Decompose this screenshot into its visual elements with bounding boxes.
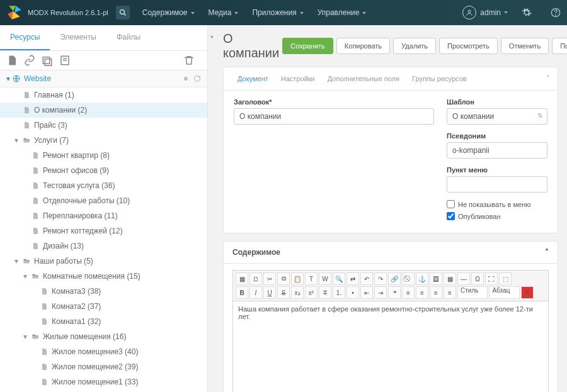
search-button[interactable] [116,6,130,20]
tree-item[interactable]: Комната3 (38) [0,284,207,299]
delete-button[interactable]: Удалить [393,38,436,54]
tb-underline-icon[interactable]: U [263,286,276,299]
tb-replace-icon[interactable]: ⇄ [346,272,359,285]
tb-redo-icon[interactable]: ↷ [374,272,387,285]
cancel-button[interactable]: Отменить [501,38,549,54]
tree-toggle-icon[interactable]: ▾ [13,135,20,145]
tree-item[interactable]: Тестовая услуга (36) [0,178,207,193]
tree-item[interactable]: Жилое помещение1 (33) [0,374,207,389]
tree-item[interactable]: ▾Комнатные помещения (15) [0,269,207,284]
tree-item[interactable]: Жил.помещение5 (45) [0,389,207,392]
hide-menu-checkbox[interactable] [447,200,455,208]
tree-toggle-icon[interactable]: ▾ [21,271,29,281]
title-input[interactable] [234,108,434,125]
tb-strike-icon[interactable]: S [277,286,290,299]
new-context-icon[interactable] [182,75,190,82]
tb-outdent-icon[interactable]: ⇤ [360,286,373,299]
tb-char-icon[interactable]: Ω [471,272,484,285]
tree-item[interactable]: ▾Жилые помещения (16) [0,329,207,344]
trash-icon[interactable] [183,55,195,66]
tree-item[interactable]: Дизайн (13) [0,238,207,254]
new-doc-icon[interactable] [6,55,18,66]
tb-style-select[interactable]: Стиль [457,286,488,299]
tb-fullscreen-icon[interactable]: ⛶ [485,272,498,285]
tb-find-icon[interactable]: 🔍 [333,272,345,285]
tree-item[interactable]: Жилое помещение2 (39) [0,359,207,374]
tree-item[interactable]: Жилое помещение3 (40) [0,344,207,359]
tb-table-icon[interactable]: ▦ [444,272,456,285]
topnav-media[interactable]: Медиа [209,8,239,17]
tab-resources[interactable]: Ресурсы [0,25,50,50]
tb-bold-icon[interactable]: B [236,286,248,299]
tab-files[interactable]: Файлы [106,25,151,50]
tb-color-icon[interactable]: A [521,286,534,299]
tb-undo-icon[interactable]: ↶ [360,272,373,285]
alias-input[interactable] [447,142,547,159]
tab-settings[interactable]: Настройки [275,67,321,90]
tree-toggle-icon[interactable]: ▾ [21,332,29,342]
tb-newdoc-icon[interactable]: 🗋 [249,272,262,285]
menutitle-input[interactable] [447,176,547,193]
view-button[interactable]: Просмотреть [439,38,498,54]
tb-ol-icon[interactable]: 1. [333,286,345,299]
tb-modx-icon[interactable]: ⬚ [499,272,512,285]
tb-justify-icon[interactable]: ≡ [444,286,456,299]
new-static-icon[interactable] [59,55,71,66]
tb-hr-icon[interactable]: — [457,272,470,285]
sidebar-collapse-handle[interactable]: ◂ [208,25,214,392]
settings-gear-icon[interactable] [522,8,532,18]
tree-item[interactable]: Ремонт квартир (8) [0,148,207,163]
help-icon[interactable] [551,8,561,18]
new-link-icon[interactable] [24,55,35,66]
tree-item[interactable]: Главная (1) [0,87,207,103]
published-row[interactable]: Опубликован [447,212,547,220]
tb-pasteword-icon[interactable]: W [319,272,331,285]
tree-item[interactable]: ▾Услуги (7) [0,133,207,148]
tb-src-icon[interactable]: ▦ [236,272,248,285]
tb-indent-icon[interactable]: ⇥ [374,286,387,299]
tree-item[interactable]: Перепланировка (11) [0,208,207,223]
tb-center-icon[interactable]: ≡ [416,286,428,299]
tree-item[interactable]: Комната2 (37) [0,299,207,314]
tab-elements[interactable]: Элементы [50,25,106,50]
tree-item[interactable]: ▾Наши работы (5) [0,254,207,269]
copy-button[interactable]: Копировать [336,38,390,54]
tb-link-icon[interactable]: 🔗 [388,272,401,285]
tb-copy-icon[interactable]: ⧉ [277,272,290,285]
tb-sub-icon[interactable]: x₂ [291,286,304,299]
hide-menu-row[interactable]: Не показывать в меню [447,200,547,208]
tb-right-icon[interactable]: ≡ [430,286,442,299]
tb-image-icon[interactable]: 🖼 [430,272,442,285]
panel-collapse-icon[interactable]: ˄ [546,74,550,83]
help-button[interactable]: Помощь [552,38,567,54]
tree-item[interactable]: Ремонт коттеджей (12) [0,223,207,238]
tb-paste-icon[interactable]: 📋 [291,272,304,285]
topnav-apps[interactable]: Приложения [252,8,303,17]
tb-pastetext-icon[interactable]: T [305,272,318,285]
tree-item[interactable]: Ремонт офисов (9) [0,163,207,178]
tb-ul-icon[interactable]: • [346,286,359,299]
user-menu[interactable]: admin [462,6,508,20]
editor-body[interactable]: Наша компания работает в сфере оказания … [232,301,549,392]
tree-toggle-icon[interactable]: ▾ [13,256,20,266]
resource-tree[interactable]: Главная (1)О компании (2)Прайс (3)▾Услуг… [0,87,207,392]
save-button[interactable]: Сохранить [282,38,333,54]
tree-root[interactable]: ▾ Website [0,70,207,87]
content-collapse-icon[interactable]: ˄ [545,248,549,257]
tb-clear-icon[interactable]: T̶ [319,286,331,299]
template-select[interactable] [447,108,547,125]
tb-cut-icon[interactable]: ✂ [263,272,276,285]
tree-item[interactable]: Комната1 (32) [0,314,207,329]
tab-groups[interactable]: Группы ресурсов [406,67,473,90]
tree-item[interactable]: Прайс (3) [0,118,207,133]
tb-unlink-icon[interactable]: ⃠ [402,272,415,285]
new-symlink-icon[interactable] [42,55,53,66]
tb-format-select[interactable]: Абзац [489,286,519,299]
topnav-content[interactable]: Содержимое [142,8,195,17]
tb-left-icon[interactable]: ≡ [402,286,415,299]
tab-tv[interactable]: Дополнительные поля [321,67,406,90]
refresh-icon[interactable] [193,75,201,82]
tb-quote-icon[interactable]: ❝ [388,286,401,299]
tb-sup-icon[interactable]: x² [305,286,318,299]
collapse-toggle-icon[interactable]: ▾ [6,74,10,83]
